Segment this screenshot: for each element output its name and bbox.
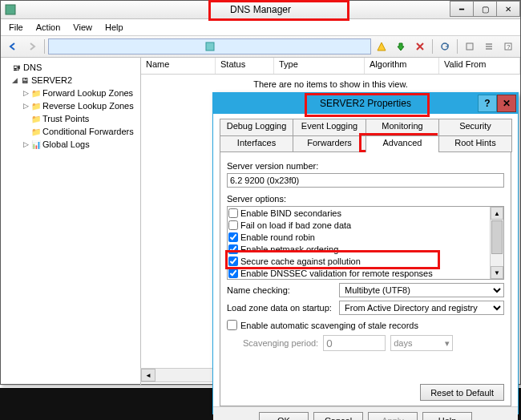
checkbox[interactable] (228, 232, 238, 242)
toolbar-help[interactable]: ? (499, 38, 517, 55)
scavenging-check-label: Enable automatic scavenging of stale rec… (240, 321, 418, 330)
tree-item[interactable]: 📁Trust Points (2, 112, 139, 125)
ok-button[interactable]: OK (259, 412, 309, 420)
folder-icon: 📁 (30, 87, 42, 99)
version-label: Server version number: (227, 161, 504, 171)
col-algorithm[interactable]: Algorithm (365, 58, 439, 74)
titlebar: DNS Manager ━ ▢ ✕ (1, 1, 520, 19)
load-zone-label: Load zone data on startup: (227, 303, 339, 313)
scavenging-unit: days▾ (390, 335, 453, 351)
maximize-button[interactable]: ▢ (473, 1, 497, 17)
tree-item[interactable]: ▷📊Global Logs (2, 138, 139, 151)
cancel-button[interactable]: Cancel (313, 412, 363, 420)
minimize-button[interactable]: ━ (450, 1, 474, 17)
tab-panel: Server version number: Server options: E… (220, 151, 511, 406)
toolbar-list[interactable] (480, 38, 498, 55)
dialog-button-row: OK Cancel Apply Help (213, 406, 518, 420)
toolbar-btn-1[interactable] (48, 38, 371, 55)
checkbox[interactable] (228, 269, 238, 278)
tab-debug-logging[interactable]: Debug Logging (220, 119, 293, 135)
load-zone-select[interactable]: From Active Directory and registry (339, 301, 504, 315)
tab-monitoring[interactable]: Monitoring (366, 119, 439, 135)
scavenging-period-label: Scavenging period: (243, 338, 318, 348)
dialog-title: SERVER2 Properties (320, 98, 411, 109)
server-icon: 🖥 (18, 75, 31, 86)
tab-advanced[interactable]: Advanced (366, 135, 439, 152)
menu-file[interactable]: File (4, 21, 28, 34)
option-secure-cache[interactable]: Secure cache against pollution (228, 255, 503, 267)
apply-button[interactable]: Apply (368, 412, 418, 420)
help-button[interactable]: Help (422, 412, 472, 420)
dialog-help-button[interactable]: ? (478, 95, 497, 112)
col-validfrom[interactable]: Valid From (439, 58, 520, 74)
tree-server[interactable]: ◢🖥SERVER2 (2, 74, 139, 87)
option-bind-secondaries[interactable]: Enable BIND secondaries (228, 207, 503, 219)
dialog-titlebar: SERVER2 Properties ? ✕ (213, 93, 518, 114)
options-label: Server options: (227, 194, 504, 204)
menu-bar: File Action View Help (1, 19, 520, 36)
tree-pane: 🖳DNS ◢🖥SERVER2 ▷📁Forward Lookup Zones ▷📁… (1, 58, 141, 385)
toolbar-btn-2[interactable] (373, 38, 390, 55)
toolbar-props[interactable] (461, 38, 479, 55)
col-type[interactable]: Type (274, 58, 365, 74)
tree-item[interactable]: 📁Conditional Forwarders (2, 125, 139, 138)
close-button[interactable]: ✕ (496, 1, 520, 17)
scavenging-checkbox-row[interactable]: Enable automatic scavenging of stale rec… (227, 320, 504, 330)
tree-item[interactable]: ▷📁Forward Lookup Zones (2, 87, 139, 99)
col-status[interactable]: Status (216, 58, 274, 74)
server-options-list[interactable]: Enable BIND secondaries Fail on load if … (227, 206, 504, 280)
menu-view[interactable]: View (68, 21, 97, 34)
svg-rect-0 (6, 5, 15, 14)
tab-interfaces[interactable]: Interfaces (220, 135, 293, 152)
column-headers: Name Status Type Algorithm Valid From (141, 58, 520, 75)
back-button[interactable] (4, 38, 22, 55)
svg-rect-3 (466, 43, 473, 50)
options-scrollbar[interactable]: ▲ ▼ (490, 207, 503, 279)
tab-event-logging[interactable]: Event Logging (293, 119, 366, 135)
tab-root-hints[interactable]: Root Hints (438, 135, 512, 152)
version-value (227, 173, 504, 188)
tree-root[interactable]: 🖳DNS (2, 61, 139, 74)
name-checking-label: Name checking: (227, 285, 339, 295)
log-icon: 📊 (30, 139, 42, 150)
option-fail-bad-zone[interactable]: Fail on load if bad zone data (228, 219, 503, 231)
scavenging-checkbox[interactable] (227, 320, 237, 330)
empty-message: There are no items to show in this view. (141, 75, 520, 94)
checkbox[interactable] (228, 256, 238, 266)
tab-security[interactable]: Security (438, 119, 512, 135)
scroll-thumb[interactable] (491, 220, 503, 254)
scroll-up-icon[interactable]: ▲ (491, 207, 503, 220)
option-netmask-ordering[interactable]: Enable netmask ordering (228, 243, 503, 255)
scavenging-value (323, 335, 386, 351)
tree-item[interactable]: ▷📁Reverse Lookup Zones (2, 99, 139, 112)
col-name[interactable]: Name (141, 58, 216, 74)
option-round-robin[interactable]: Enable round robin (228, 231, 503, 243)
scroll-down-icon[interactable]: ▼ (491, 266, 503, 279)
chevron-down-icon: ▾ (445, 338, 450, 349)
tab-forwarders[interactable]: Forwarders (293, 135, 366, 152)
scroll-left-icon[interactable]: ◄ (141, 369, 155, 382)
checkbox[interactable] (228, 244, 238, 254)
menu-action[interactable]: Action (31, 21, 66, 34)
folder-icon: 📁 (30, 126, 42, 137)
name-checking-select[interactable]: Multibyte (UTF8) (339, 283, 504, 297)
folder-icon: 📁 (30, 100, 42, 111)
properties-dialog: SERVER2 Properties ? ✕ Debug Logging Eve… (212, 92, 519, 414)
dns-icon: 🖳 (10, 62, 23, 73)
forward-button[interactable] (23, 38, 41, 55)
toolbar: ? (1, 36, 520, 58)
reset-to-default-button[interactable]: Reset to Default (420, 384, 504, 401)
toolbar-delete[interactable] (411, 38, 429, 55)
window-title: DNS Manager (230, 4, 291, 15)
checkbox[interactable] (228, 220, 238, 230)
svg-rect-1 (206, 42, 214, 50)
dialog-close-button[interactable]: ✕ (497, 95, 516, 112)
toolbar-btn-3[interactable] (392, 38, 410, 55)
checkbox[interactable] (228, 208, 238, 218)
svg-text:?: ? (507, 43, 511, 50)
folder-icon: 📁 (30, 113, 42, 124)
toolbar-refresh[interactable] (436, 38, 454, 55)
app-icon (4, 3, 17, 16)
menu-help[interactable]: Help (100, 21, 128, 34)
option-dnssec-validation[interactable]: Enable DNSSEC validation for remote resp… (228, 267, 503, 279)
